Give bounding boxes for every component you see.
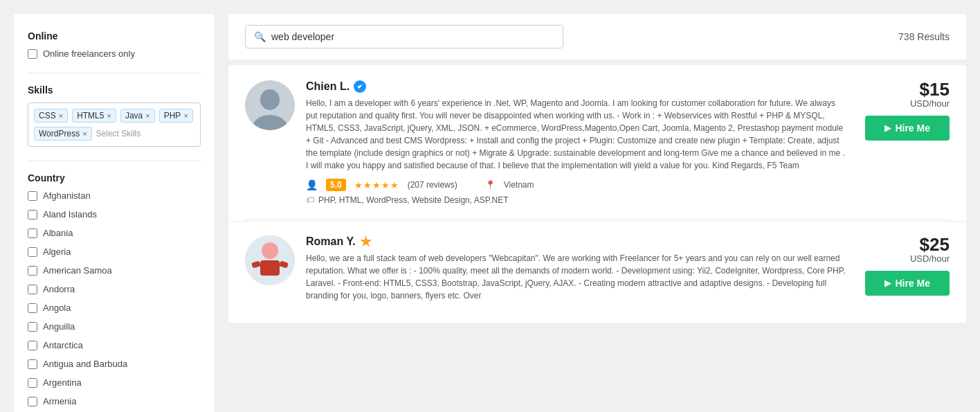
country-label-albania[interactable]: Albania <box>43 228 73 238</box>
search-icon: 🔍 <box>254 31 266 42</box>
price-amount-1: $15 <box>920 80 950 98</box>
country-label-american-samoa[interactable]: American Samoa <box>43 265 112 276</box>
search-input[interactable] <box>271 31 554 42</box>
online-dot-2 <box>285 276 293 284</box>
country-checkbox-algeria[interactable] <box>28 247 37 257</box>
hire-button-2[interactable]: ▶ Hire Me <box>865 271 950 296</box>
skill-tag-wordpress-remove[interactable]: × <box>82 129 87 138</box>
user-icon-1: 👤 <box>306 179 318 190</box>
country-row[interactable]: Anguilla <box>28 321 201 332</box>
hire-btn-label-1: Hire Me <box>895 123 930 134</box>
hire-btn-icon-2: ▶ <box>884 278 891 288</box>
price-amount-2: $25 <box>920 235 950 253</box>
country-row[interactable]: Albania <box>28 228 201 238</box>
country-label-andorra[interactable]: Andorra <box>43 284 75 294</box>
country-row[interactable]: Argentina <box>28 377 201 388</box>
tag-icon-1: 🏷 <box>306 195 314 205</box>
online-label[interactable]: Online freelancers only <box>43 48 135 59</box>
country-label-algeria[interactable]: Algeria <box>43 247 71 257</box>
country-row[interactable]: Angola <box>28 303 201 313</box>
country-row[interactable]: Andorra <box>28 284 201 294</box>
country-label-afghanistan[interactable]: Afghanistan <box>43 190 91 201</box>
country-checkbox-armenia[interactable] <box>28 397 37 406</box>
avatar-1 <box>245 80 295 130</box>
country-label-argentina[interactable]: Argentina <box>43 377 82 388</box>
verified-badge-1 <box>354 80 366 93</box>
search-bar-card: 🔍 738 Results <box>228 14 966 60</box>
country-title: Country <box>28 172 201 183</box>
country-checkbox-american-samoa[interactable] <box>28 266 37 276</box>
skill-tag-php-remove[interactable]: × <box>183 111 188 120</box>
country-checkbox-argentina[interactable] <box>28 378 37 388</box>
card-divider <box>245 219 950 220</box>
rating-badge-1: 5.0 <box>326 179 346 191</box>
skill-tag-php-label: PHP <box>164 111 181 120</box>
results-count: 738 Results <box>898 31 950 42</box>
skills-title: Skills <box>28 84 201 96</box>
description-1: Hello, I am a developer with 6 years' ex… <box>306 97 849 172</box>
country-checkbox-andorra[interactable] <box>28 285 37 294</box>
country-row[interactable]: American Samoa <box>28 265 201 276</box>
skill-tag-java[interactable]: Java × <box>120 109 155 123</box>
country-checkbox-antigua-and-barbuda[interactable] <box>28 359 37 369</box>
country-checkbox-anguilla[interactable] <box>28 322 37 332</box>
freelancer-info-2: Roman Y. Hello, we are a full stack team… <box>306 235 849 309</box>
freelancer-info-1: Chien L. Hello, I am a developer with 6 … <box>306 80 849 205</box>
country-label-armenia[interactable]: Armenia <box>43 396 76 406</box>
skill-tag-html5-remove[interactable]: × <box>107 111 111 120</box>
review-count-1: (207 reviews) <box>408 180 457 190</box>
tags-1: PHP, HTML, WordPress, Website Design, AS… <box>318 195 509 205</box>
country-list: Afghanistan Aland Islands Albania Algeri… <box>28 190 201 411</box>
country-checkbox-antarctica[interactable] <box>28 341 37 350</box>
skill-tag-html5[interactable]: HTML5 × <box>72 109 116 123</box>
hire-button-1[interactable]: ▶ Hire Me <box>865 116 950 141</box>
location-pin-1: 📍 <box>485 180 496 190</box>
skill-tag-css-remove[interactable]: × <box>59 111 63 120</box>
skill-tag-css[interactable]: CSS × <box>34 109 68 123</box>
location-text-1: Vietnam <box>504 180 534 190</box>
search-bar: 🔍 738 Results <box>245 25 950 48</box>
freelancer-card-1: Chien L. Hello, I am a developer with 6 … <box>228 66 966 219</box>
country-checkbox-albania[interactable] <box>28 229 37 238</box>
name-row-2: Roman Y. <box>306 235 849 248</box>
skill-tag-java-remove[interactable]: × <box>145 111 149 120</box>
country-label-aland-islands[interactable]: Aland Islands <box>43 209 97 220</box>
country-row[interactable]: Aland Islands <box>28 209 201 220</box>
sidebar: Online Online freelancers only Skills CS… <box>14 14 215 412</box>
stars-1: ★★★★★ <box>354 180 399 190</box>
country-row[interactable]: Afghanistan <box>28 190 201 201</box>
skills-box[interactable]: CSS × HTML5 × Java × PHP × WordPress × S… <box>28 102 201 147</box>
name-row-1: Chien L. <box>306 80 849 93</box>
country-checkbox-angola[interactable] <box>28 303 37 313</box>
country-checkbox-aland-islands[interactable] <box>28 210 37 220</box>
country-row[interactable]: Antigua and Barbuda <box>28 359 201 369</box>
online-freelancers-row[interactable]: Online freelancers only <box>28 48 201 59</box>
skill-tag-html5-label: HTML5 <box>77 111 104 120</box>
skill-tag-php[interactable]: PHP × <box>159 109 193 123</box>
country-row[interactable]: Armenia <box>28 396 201 406</box>
country-section: Country Afghanistan Aland Islands Albani… <box>28 172 201 411</box>
online-title: Online <box>28 30 201 42</box>
country-checkbox-afghanistan[interactable] <box>28 191 37 201</box>
country-label-antarctica[interactable]: Antarctica <box>43 340 83 350</box>
skills-placeholder[interactable]: Select Skills <box>96 129 141 138</box>
country-label-anguilla[interactable]: Anguilla <box>43 321 75 332</box>
online-section: Online Online freelancers only <box>28 30 201 59</box>
avatar-placeholder-1 <box>245 80 295 130</box>
search-input-wrapper[interactable]: 🔍 <box>245 25 563 48</box>
hire-btn-label-2: Hire Me <box>895 278 930 289</box>
svg-rect-5 <box>260 260 280 276</box>
skill-tag-css-label: CSS <box>39 111 56 120</box>
country-row[interactable]: Algeria <box>28 247 201 257</box>
country-row[interactable]: Antarctica <box>28 340 201 350</box>
description-2: Hello, we are a full stack team of web d… <box>306 252 849 302</box>
main-content: 🔍 738 Results <box>215 0 980 412</box>
country-label-angola[interactable]: Angola <box>43 303 71 313</box>
card-inner-2: Roman Y. Hello, we are a full stack team… <box>245 235 950 309</box>
online-checkbox[interactable] <box>28 49 37 59</box>
price-section-2: $25 USD/hour ▶ Hire Me <box>860 235 950 296</box>
card-inner-1: Chien L. Hello, I am a developer with 6 … <box>245 80 950 205</box>
tags-row-1: 🏷 PHP, HTML, WordPress, Website Design, … <box>306 195 849 205</box>
skill-tag-wordpress[interactable]: WordPress × <box>34 127 92 141</box>
country-label-antigua-and-barbuda[interactable]: Antigua and Barbuda <box>43 359 127 369</box>
